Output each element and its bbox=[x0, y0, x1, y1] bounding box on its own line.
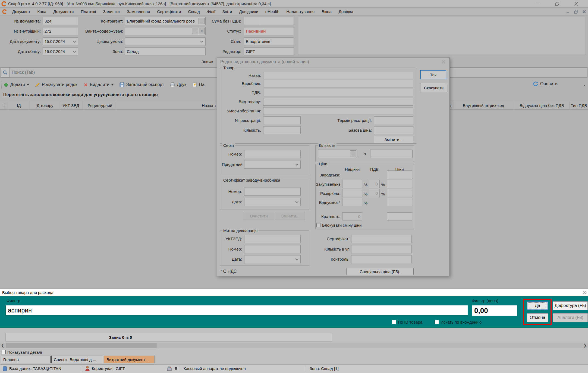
chevron-down-icon[interactable] bbox=[295, 200, 298, 203]
menu-item-dovidnyky[interactable]: Довідники bbox=[236, 9, 262, 14]
defect-button[interactable]: Дефектура (F5) bbox=[553, 301, 588, 310]
menu-item-zvity[interactable]: Звіти bbox=[219, 9, 236, 14]
product-change-button[interactable]: Змінити... bbox=[374, 136, 413, 143]
acc-date-field[interactable]: 15.07.2024 bbox=[43, 48, 78, 55]
analogs-button[interactable]: Аналоги (F8) bbox=[553, 313, 588, 322]
chevron-down-icon[interactable] bbox=[200, 39, 203, 42]
toolbar-grip[interactable] bbox=[1, 81, 2, 88]
kind-field[interactable] bbox=[263, 98, 413, 106]
mdi-minimize-icon[interactable] bbox=[565, 10, 570, 14]
edit-row-button[interactable]: Редагувати рядок bbox=[35, 82, 77, 87]
zone-field[interactable]: Склад bbox=[125, 48, 206, 55]
selling-markup-field[interactable] bbox=[342, 198, 362, 206]
storage-field[interactable] bbox=[263, 107, 413, 115]
scroll-right-icon[interactable]: ❯ bbox=[583, 343, 587, 347]
name-field[interactable] bbox=[263, 72, 413, 79]
customs-date-field[interactable] bbox=[244, 255, 301, 263]
toolbar-overflow-caret-icon[interactable] bbox=[583, 85, 586, 86]
by-id-checkbox[interactable] bbox=[392, 320, 396, 324]
consignee-clear-button[interactable]: X bbox=[199, 28, 205, 34]
menu-item-zalyshky[interactable]: Залишки bbox=[99, 9, 123, 14]
quantity-field[interactable] bbox=[263, 126, 301, 134]
certificate-field[interactable] bbox=[351, 235, 412, 243]
cert-change-button[interactable]: Змінити... bbox=[276, 212, 305, 220]
picker-close-icon[interactable] bbox=[583, 290, 587, 295]
factory-price-field[interactable] bbox=[387, 170, 412, 179]
column-header-typ-pdv[interactable]: Тип ПДВ bbox=[570, 101, 588, 109]
column-header-vnutrishnii-shtrykh-kod[interactable]: Внутрішній штрих-код bbox=[453, 101, 514, 109]
chevron-down-icon[interactable] bbox=[295, 257, 298, 260]
quantity-total-field[interactable] bbox=[370, 150, 413, 158]
horizontal-scrollbar[interactable]: ❮ ❯ bbox=[0, 343, 588, 348]
series-valid-field[interactable] bbox=[244, 160, 301, 169]
reg-term-field[interactable] bbox=[374, 116, 413, 124]
print-button[interactable]: Друк bbox=[170, 82, 186, 87]
column-header-id[interactable]: ІД bbox=[8, 101, 30, 109]
quantity-main-field[interactable]: ... bbox=[318, 150, 357, 158]
tab-holovna[interactable]: Головна bbox=[1, 356, 51, 363]
cert-number-field[interactable] bbox=[244, 188, 301, 196]
menu-item-filii[interactable]: Філії bbox=[203, 9, 219, 14]
partial-toolbar-item[interactable]: Па bbox=[192, 82, 205, 87]
chevron-down-icon[interactable] bbox=[295, 162, 298, 165]
purchase-markup-field[interactable] bbox=[342, 180, 362, 188]
menu-item-sertyfikaty[interactable]: Сертифікати bbox=[153, 9, 184, 14]
lock-price-checkbox[interactable] bbox=[316, 223, 320, 227]
dialog-titlebar[interactable]: Рядок видаткового документа (новий запис… bbox=[217, 58, 449, 66]
contragent-field[interactable]: Благодійний фонд соціального розв ... bbox=[125, 17, 206, 25]
uktzed-field[interactable] bbox=[244, 235, 301, 243]
column-header-nazva-tovaru[interactable]: Назва т bbox=[117, 101, 217, 109]
cert-clear-button[interactable]: Очистити bbox=[244, 212, 274, 220]
by-substring-checkbox[interactable] bbox=[435, 320, 439, 324]
price-filter-input[interactable] bbox=[472, 305, 517, 316]
vat-field[interactable] bbox=[263, 89, 413, 96]
chevron-down-icon[interactable] bbox=[73, 49, 76, 52]
manufacturer-field[interactable] bbox=[263, 80, 413, 87]
menu-item-ehealth[interactable]: eHealth bbox=[262, 9, 283, 14]
consignee-ellipsis-button[interactable]: ... bbox=[192, 28, 198, 34]
close-button[interactable] bbox=[574, 1, 579, 6]
dialog-close-icon[interactable] bbox=[441, 60, 446, 64]
selling-price-field[interactable] bbox=[387, 198, 412, 206]
customs-number-field[interactable] bbox=[244, 245, 301, 253]
reg-number-field[interactable] bbox=[263, 116, 301, 124]
dialog-cancel-button[interactable]: Скасувати bbox=[420, 83, 447, 92]
minimize-button[interactable] bbox=[535, 1, 540, 6]
restore-button[interactable] bbox=[555, 1, 560, 6]
mdi-close-icon[interactable] bbox=[582, 9, 587, 14]
control-field[interactable] bbox=[351, 255, 412, 263]
consignee-field[interactable]: ... X bbox=[125, 27, 206, 35]
mdi-restore-icon[interactable] bbox=[574, 9, 578, 14]
column-header-retsepturnyi[interactable]: Рецептурний bbox=[83, 101, 117, 109]
series-number-field[interactable] bbox=[244, 150, 301, 158]
dialog-ok-button[interactable]: Так bbox=[420, 70, 446, 79]
menu-item-dovidka[interactable]: Довідка bbox=[335, 9, 357, 14]
tab-spysok-vydatkovi[interactable]: Список: Видаткові д ... bbox=[51, 356, 103, 363]
menu-item-sklad[interactable]: Склад bbox=[184, 9, 203, 14]
menu-item-nalashtuvannia[interactable]: Налаштування bbox=[283, 9, 318, 14]
retail-markup-field[interactable] bbox=[342, 189, 362, 197]
delete-button[interactable]: Видалити bbox=[83, 82, 114, 87]
contragent-ellipsis-button[interactable]: ... bbox=[199, 18, 205, 24]
filter-input[interactable] bbox=[5, 305, 468, 315]
purchase-price-field[interactable] bbox=[387, 180, 412, 188]
show-details-checkbox[interactable] bbox=[2, 350, 6, 354]
add-button[interactable]: Додати bbox=[4, 82, 29, 87]
price-condition-field[interactable] bbox=[125, 37, 206, 45]
chevron-down-icon[interactable] bbox=[73, 39, 76, 42]
menu-item-vikna[interactable]: Вікна bbox=[318, 9, 335, 14]
base-price-field[interactable] bbox=[374, 126, 413, 134]
menu-item-platezhi[interactable]: Платежі bbox=[77, 9, 99, 14]
menu-item-kasa[interactable]: Каса bbox=[34, 9, 50, 14]
export-button[interactable]: Загальний експорт bbox=[120, 82, 164, 87]
menu-item-dokumenty[interactable]: Документи bbox=[50, 9, 77, 14]
tab-vytratnyi-dokument[interactable]: Витратний документ .. bbox=[104, 356, 155, 363]
qty-in-pack-field[interactable] bbox=[351, 245, 412, 253]
refresh-button[interactable]: Оновити bbox=[533, 81, 558, 87]
scrollbar-thumb[interactable] bbox=[6, 343, 157, 348]
doc-number-field[interactable]: 324 bbox=[43, 17, 78, 25]
quantity-ellipsis-button[interactable]: ... bbox=[350, 150, 356, 157]
retail-price-field[interactable] bbox=[387, 189, 412, 197]
column-header-vidpuskna-tsina[interactable]: Відпускна ціна без ПДВ bbox=[514, 101, 570, 109]
internal-number-field[interactable]: 272 bbox=[43, 27, 78, 35]
